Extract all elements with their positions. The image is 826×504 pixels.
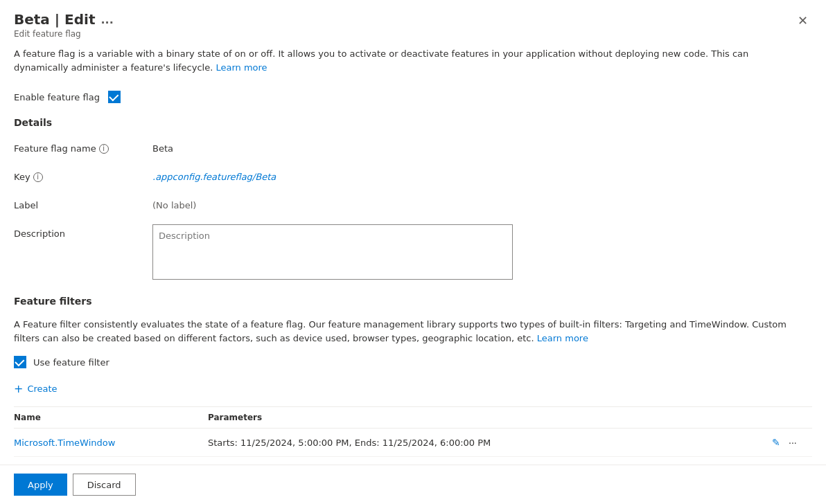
panel-subtitle: Edit feature flag [14, 29, 793, 39]
description-label-text: Description [14, 228, 65, 239]
use-filter-checkbox-indicator[interactable] [14, 356, 26, 368]
create-label[interactable]: Create [27, 384, 57, 394]
row-actions: ✎ ··· [771, 435, 812, 449]
enable-feature-flag-row: Enable feature flag [14, 91, 812, 103]
filters-description-text: A Feature filter consistently evaluates … [14, 319, 787, 343]
key-label-text: Key [14, 172, 30, 182]
header-description-text: A feature flag is a variable with a bina… [14, 48, 748, 73]
feature-flag-name-info-icon[interactable]: i [99, 144, 109, 154]
feature-flag-name-label: Feature flag name i [14, 139, 152, 154]
key-row: Key i .appconfig.featureflag/Beta [14, 168, 812, 182]
description-label: Description [14, 224, 152, 239]
use-filter-label: Use feature filter [33, 357, 109, 368]
learn-more-link-2[interactable]: Learn more [537, 333, 588, 343]
close-button[interactable]: ✕ [793, 11, 812, 30]
filter-name: Microsoft.TimeWindow [14, 438, 208, 448]
description-row: Description [14, 224, 812, 282]
description-input-container [152, 224, 513, 282]
learn-more-link-1[interactable]: Learn more [216, 62, 267, 73]
enable-feature-flag-label: Enable feature flag [14, 92, 100, 102]
close-icon: ✕ [798, 13, 808, 28]
label-label: Label [14, 196, 152, 210]
label-label-text: Label [14, 200, 38, 210]
filters-section-title: Feature filters [14, 296, 812, 307]
feature-flag-name-label-text: Feature flag name [14, 143, 96, 154]
enable-feature-flag-checkbox[interactable] [108, 91, 121, 103]
create-row[interactable]: + Create [14, 382, 812, 395]
table-header: Name Parameters [14, 407, 812, 429]
label-row: Label (No label) [14, 196, 812, 210]
apply-button[interactable]: Apply [14, 474, 67, 496]
filter-params: Starts: 11/25/2024, 5:00:00 PM, Ends: 11… [208, 438, 771, 448]
filters-table: Name Parameters Microsoft.TimeWindow Sta… [14, 406, 812, 457]
edit-filter-button[interactable]: ✎ [771, 435, 782, 449]
use-filter-checkbox[interactable] [14, 356, 26, 368]
more-icon: ··· [789, 437, 797, 448]
edit-panel: Beta | Edit ... Edit feature flag A feat… [0, 0, 826, 504]
col-actions-header [771, 413, 812, 422]
checkbox-checked-indicator[interactable] [108, 91, 121, 103]
filters-section: Feature filters A Feature filter consist… [14, 296, 812, 457]
col-params-header: Parameters [208, 413, 771, 422]
col-name-header: Name [14, 413, 208, 422]
panel-header: Beta | Edit ... Edit feature flag A feat… [0, 0, 826, 80]
table-row: Microsoft.TimeWindow Starts: 11/25/2024,… [14, 429, 812, 457]
description-input[interactable] [152, 224, 513, 280]
title-ellipsis[interactable]: ... [101, 13, 114, 26]
panel-body: Enable feature flag Details Feature flag… [0, 80, 826, 465]
feature-flag-name-value: Beta [152, 139, 812, 154]
panel-footer: Apply Discard [0, 465, 826, 504]
panel-title: Beta | Edit ... [14, 11, 114, 28]
key-value: .appconfig.featureflag/Beta [152, 168, 812, 182]
label-value: (No label) [152, 196, 812, 210]
key-label: Key i [14, 168, 152, 182]
discard-button[interactable]: Discard [73, 474, 136, 496]
use-filter-row: Use feature filter [14, 356, 812, 368]
title-text: Beta | Edit [14, 11, 96, 28]
details-section-title: Details [14, 117, 812, 128]
more-filter-button[interactable]: ··· [787, 435, 798, 449]
feature-flag-name-row: Feature flag name i Beta [14, 139, 812, 154]
key-info-icon[interactable]: i [33, 172, 43, 182]
edit-icon: ✎ [772, 437, 780, 448]
header-description: A feature flag is a variable with a bina… [14, 47, 793, 74]
plus-icon: + [14, 382, 23, 395]
filters-description: A Feature filter consistently evaluates … [14, 318, 812, 345]
